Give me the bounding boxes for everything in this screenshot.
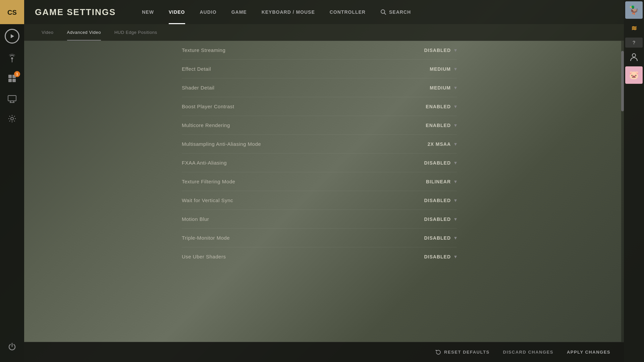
reset-icon [435, 349, 441, 355]
setting-value-texture-streaming[interactable]: DISABLED ▾ [417, 47, 457, 53]
user-avatar-duck[interactable]: 🦆 [625, 1, 643, 19]
reset-defaults-button[interactable]: RESET DEFAULTS [435, 349, 490, 355]
chevron-down-icon-11: ▾ [454, 235, 457, 241]
tab-controller[interactable]: Controller [322, 0, 373, 24]
setting-value-triple-monitor-mode[interactable]: DISABLED ▾ [417, 235, 457, 241]
main-content: GAME SETTINGS New Video Audio Game Keybo… [24, 0, 624, 362]
setting-value-shader-detail[interactable]: MEDIUM ▾ [417, 84, 457, 91]
setting-shader-detail: Shader Detail MEDIUM ▾ [182, 78, 457, 97]
play-button[interactable] [0, 24, 24, 48]
setting-texture-filtering-mode: Texture Filtering Mode BILINEAR ▾ [182, 172, 457, 191]
setting-use-uber-shaders: Use Uber Shaders DISABLED ▾ [182, 247, 457, 266]
settings-list: Texture Streaming DISABLED ▾ Effect Deta… [24, 41, 621, 342]
setting-value-text-wait-for-vsync: DISABLED [417, 198, 451, 203]
setting-value-motion-blur[interactable]: DISABLED ▾ [417, 216, 457, 222]
setting-value-effect-detail[interactable]: MEDIUM ▾ [417, 66, 457, 72]
sub-tab-hud-edge-positions[interactable]: HUD Edge Positions [108, 24, 164, 41]
chevron-down-icon-8: ▾ [454, 178, 457, 185]
chevron-down-icon-3: ▾ [454, 84, 457, 91]
setting-value-boost-player-contrast[interactable]: ENABLED ▾ [417, 103, 457, 110]
setting-value-texture-filtering-mode[interactable]: BILINEAR ▾ [417, 178, 457, 185]
svg-rect-8 [12, 79, 16, 82]
scrollbar-track[interactable] [621, 41, 624, 342]
setting-label-effect-detail: Effect Detail [182, 66, 211, 72]
chevron-down-icon-7: ▾ [454, 160, 457, 166]
right-sidebar: 🦆 ≋ ? 🐷 [624, 0, 644, 362]
inventory-icon[interactable]: 1 [0, 68, 24, 88]
tab-keyboard-mouse[interactable]: Keyboard / Mouse [254, 0, 322, 24]
setting-value-text-boost-player-contrast: ENABLED [417, 104, 451, 109]
setting-value-fxaa-anti-aliasing[interactable]: DISABLED ▾ [417, 160, 457, 166]
help-button[interactable]: ? [625, 38, 643, 48]
tab-new[interactable]: New [135, 0, 161, 24]
setting-value-text-msaa-mode: 2X MSAA [417, 141, 451, 147]
setting-value-text-motion-blur: DISABLED [417, 217, 451, 222]
header: GAME SETTINGS New Video Audio Game Keybo… [24, 0, 624, 24]
search-label: Search [389, 9, 411, 15]
chevron-down-icon-10: ▾ [454, 216, 457, 222]
setting-value-text-shader-detail: MEDIUM [417, 85, 451, 90]
chevron-down-icon-2: ▾ [454, 66, 457, 72]
setting-value-text-fxaa-anti-aliasing: DISABLED [417, 160, 451, 166]
setting-texture-streaming: Texture Streaming DISABLED ▾ [182, 41, 457, 60]
svg-marker-2 [11, 34, 14, 38]
setting-label-boost-player-contrast: Boost Player Contrast [182, 104, 234, 109]
discard-changes-label: DISCARD CHANGES [503, 350, 553, 355]
chevron-down-icon-4: ▾ [454, 103, 457, 110]
setting-label-multicore-rendering: Multicore Rendering [182, 122, 230, 128]
antenna-icon[interactable] [0, 48, 24, 68]
setting-value-wait-for-vsync[interactable]: DISABLED ▾ [417, 197, 457, 203]
setting-value-text-texture-filtering-mode: BILINEAR [417, 179, 451, 184]
svg-rect-7 [8, 79, 12, 82]
setting-fxaa-anti-aliasing: FXAA Anti-Aliasing DISABLED ▾ [182, 154, 457, 172]
svg-point-14 [632, 54, 636, 57]
setting-value-use-uber-shaders[interactable]: DISABLED ▾ [417, 253, 457, 260]
setting-value-text-multicore-rendering: ENABLED [417, 123, 451, 128]
svg-point-13 [11, 117, 13, 120]
svg-rect-5 [8, 75, 12, 78]
settings-inner: Texture Streaming DISABLED ▾ Effect Deta… [168, 41, 470, 266]
setting-boost-player-contrast: Boost Player Contrast ENABLED ▾ [182, 97, 457, 116]
tab-audio[interactable]: Audio [193, 0, 224, 24]
chevron-down-icon-5: ▾ [454, 122, 457, 128]
setting-value-text-effect-detail: MEDIUM [417, 66, 451, 72]
chevron-down-icon-9: ▾ [454, 197, 457, 203]
scrollbar-thumb[interactable] [621, 51, 624, 111]
apply-changes-button[interactable]: APPLY CHANGES [567, 350, 610, 355]
friends-icon[interactable] [626, 49, 642, 65]
setting-multicore-rendering: Multicore Rendering ENABLED ▾ [182, 116, 457, 135]
rank-chevrons-icon[interactable]: ≋ [626, 20, 642, 36]
search-tab[interactable]: Search [373, 0, 418, 24]
reset-defaults-label: RESET DEFAULTS [444, 350, 490, 355]
page-title: GAME SETTINGS [35, 7, 116, 17]
settings-area: Texture Streaming DISABLED ▾ Effect Deta… [24, 41, 624, 342]
sub-tab-advanced-video[interactable]: Advanced Video [60, 24, 108, 41]
notification-badge: 1 [14, 71, 20, 77]
main-nav: New Video Audio Game Keyboard / Mouse Co… [135, 0, 418, 24]
setting-value-text-use-uber-shaders: DISABLED [417, 254, 451, 259]
chevron-down-icon-12: ▾ [454, 253, 457, 260]
left-sidebar: CS 1 [0, 0, 24, 362]
power-icon[interactable] [0, 337, 24, 357]
setting-value-multicore-rendering[interactable]: ENABLED ▾ [417, 122, 457, 128]
csgo-logo[interactable]: CS [0, 0, 24, 24]
tv-icon[interactable] [0, 88, 24, 109]
setting-label-shader-detail: Shader Detail [182, 85, 214, 90]
chevron-down-icon: ▾ [454, 47, 457, 53]
svg-rect-9 [8, 96, 16, 101]
sub-tab-video[interactable]: Video [35, 24, 60, 41]
settings-icon[interactable] [0, 109, 24, 129]
setting-label-texture-filtering-mode: Texture Filtering Mode [182, 179, 235, 184]
discard-changes-button[interactable]: DISCARD CHANGES [503, 350, 553, 355]
setting-value-msaa-mode[interactable]: 2X MSAA ▾ [417, 141, 457, 147]
setting-triple-monitor-mode: Triple-Monitor Mode DISABLED ▾ [182, 229, 457, 247]
setting-label-wait-for-vsync: Wait for Vertical Sync [182, 197, 233, 203]
tab-game[interactable]: Game [224, 0, 254, 24]
setting-value-text-texture-streaming: DISABLED [417, 48, 451, 53]
tab-video[interactable]: Video [161, 0, 193, 24]
setting-label-use-uber-shaders: Use Uber Shaders [182, 254, 226, 259]
setting-label-texture-streaming: Texture Streaming [182, 47, 225, 53]
svg-line-16 [384, 13, 386, 15]
user-avatar-pig[interactable]: 🐷 [625, 66, 643, 84]
setting-label-motion-blur: Motion Blur [182, 216, 209, 222]
